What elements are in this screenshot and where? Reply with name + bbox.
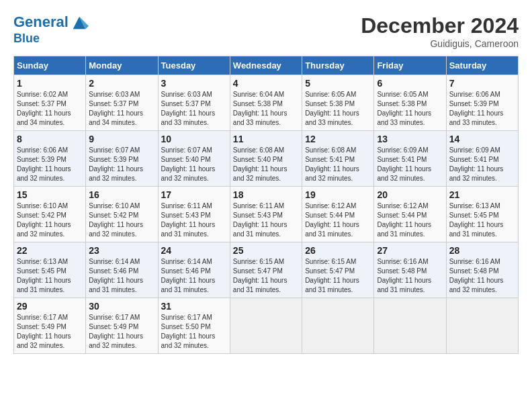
day-number: 6 [377,78,443,89]
day-number: 30 [89,301,154,312]
day-number: 5 [305,78,371,89]
calendar-cell: 16Sunrise: 6:10 AM Sunset: 5:42 PM Dayli… [86,187,158,242]
week-row-2: 15Sunrise: 6:10 AM Sunset: 5:42 PM Dayli… [14,187,519,242]
day-info: Sunrise: 6:09 AM Sunset: 5:41 PM Dayligh… [449,146,515,183]
day-info: Sunrise: 6:14 AM Sunset: 5:46 PM Dayligh… [161,257,227,295]
calendar-cell [374,298,446,354]
logo-text: General [13,13,89,32]
day-info: Sunrise: 6:06 AM Sunset: 5:39 PM Dayligh… [17,146,83,183]
day-info: Sunrise: 6:05 AM Sunset: 5:38 PM Dayligh… [305,90,371,128]
day-number: 26 [305,245,371,256]
calendar-cell: 7Sunrise: 6:06 AM Sunset: 5:39 PM Daylig… [446,75,518,131]
day-info: Sunrise: 6:03 AM Sunset: 5:37 PM Dayligh… [89,90,154,128]
day-info: Sunrise: 6:10 AM Sunset: 5:42 PM Dayligh… [89,201,154,239]
day-info: Sunrise: 6:04 AM Sunset: 5:38 PM Dayligh… [233,90,299,128]
week-row-0: 1Sunrise: 6:02 AM Sunset: 5:37 PM Daylig… [14,75,519,131]
day-info: Sunrise: 6:08 AM Sunset: 5:41 PM Dayligh… [305,146,371,183]
day-info: Sunrise: 6:13 AM Sunset: 5:45 PM Dayligh… [17,257,83,295]
calendar-cell: 10Sunrise: 6:07 AM Sunset: 5:40 PM Dayli… [158,131,230,187]
day-number: 29 [17,301,83,312]
weekday-header-tuesday: Tuesday [158,56,230,75]
day-info: Sunrise: 6:03 AM Sunset: 5:37 PM Dayligh… [161,90,227,128]
day-info: Sunrise: 6:12 AM Sunset: 5:44 PM Dayligh… [305,201,371,239]
calendar-cell: 25Sunrise: 6:15 AM Sunset: 5:47 PM Dayli… [230,242,302,298]
day-number: 27 [377,245,443,256]
day-number: 14 [449,134,515,144]
weekday-header-monday: Monday [86,56,158,75]
day-info: Sunrise: 6:16 AM Sunset: 5:48 PM Dayligh… [449,257,515,295]
calendar-cell: 6Sunrise: 6:05 AM Sunset: 5:38 PM Daylig… [374,75,446,131]
day-number: 17 [161,189,227,200]
week-row-4: 29Sunrise: 6:17 AM Sunset: 5:49 PM Dayli… [14,298,519,354]
day-number: 4 [233,78,299,89]
logo: General Blue [13,13,89,46]
day-info: Sunrise: 6:13 AM Sunset: 5:45 PM Dayligh… [449,201,515,239]
calendar-cell: 8Sunrise: 6:06 AM Sunset: 5:39 PM Daylig… [14,131,86,187]
day-info: Sunrise: 6:07 AM Sunset: 5:39 PM Dayligh… [89,146,154,183]
calendar-cell [446,298,518,354]
calendar-cell: 17Sunrise: 6:11 AM Sunset: 5:43 PM Dayli… [158,187,230,242]
day-number: 1 [17,78,83,89]
day-info: Sunrise: 6:17 AM Sunset: 5:50 PM Dayligh… [161,313,227,351]
month-title: December 2024 [361,13,519,38]
day-number: 19 [305,189,371,200]
calendar-cell: 5Sunrise: 6:05 AM Sunset: 5:38 PM Daylig… [302,75,374,131]
day-info: Sunrise: 6:10 AM Sunset: 5:42 PM Dayligh… [17,201,83,239]
calendar-cell: 4Sunrise: 6:04 AM Sunset: 5:38 PM Daylig… [230,75,302,131]
calendar-cell: 20Sunrise: 6:12 AM Sunset: 5:44 PM Dayli… [374,187,446,242]
day-number: 7 [449,78,515,89]
day-info: Sunrise: 6:08 AM Sunset: 5:40 PM Dayligh… [233,146,299,183]
day-number: 28 [449,245,515,256]
day-number: 21 [449,189,515,200]
calendar-cell: 18Sunrise: 6:11 AM Sunset: 5:43 PM Dayli… [230,187,302,242]
day-info: Sunrise: 6:02 AM Sunset: 5:37 PM Dayligh… [17,90,83,128]
calendar-cell: 21Sunrise: 6:13 AM Sunset: 5:45 PM Dayli… [446,187,518,242]
day-info: Sunrise: 6:05 AM Sunset: 5:38 PM Dayligh… [377,90,443,128]
day-info: Sunrise: 6:07 AM Sunset: 5:40 PM Dayligh… [161,146,227,183]
calendar-cell: 13Sunrise: 6:09 AM Sunset: 5:41 PM Dayli… [374,131,446,187]
calendar-cell: 9Sunrise: 6:07 AM Sunset: 5:39 PM Daylig… [86,131,158,187]
day-number: 9 [89,134,154,144]
day-number: 24 [161,245,227,256]
day-number: 10 [161,134,227,144]
day-number: 12 [305,134,371,144]
logo-blue-text: Blue [13,32,89,46]
day-info: Sunrise: 6:12 AM Sunset: 5:44 PM Dayligh… [377,201,443,239]
day-number: 16 [89,189,154,200]
calendar-cell [230,298,302,354]
weekday-header-friday: Friday [374,56,446,75]
calendar-cell: 22Sunrise: 6:13 AM Sunset: 5:45 PM Dayli… [14,242,86,298]
page-header: General Blue December 2024 Guidiguis, Ca… [13,13,519,49]
day-number: 20 [377,189,443,200]
calendar-cell: 24Sunrise: 6:14 AM Sunset: 5:46 PM Dayli… [158,242,230,298]
calendar-cell: 14Sunrise: 6:09 AM Sunset: 5:41 PM Dayli… [446,131,518,187]
weekday-header-row: SundayMondayTuesdayWednesdayThursdayFrid… [14,56,519,75]
calendar-cell: 3Sunrise: 6:03 AM Sunset: 5:37 PM Daylig… [158,75,230,131]
calendar-cell: 11Sunrise: 6:08 AM Sunset: 5:40 PM Dayli… [230,131,302,187]
calendar-cell: 19Sunrise: 6:12 AM Sunset: 5:44 PM Dayli… [302,187,374,242]
calendar-cell: 12Sunrise: 6:08 AM Sunset: 5:41 PM Dayli… [302,131,374,187]
day-number: 2 [89,78,154,89]
day-number: 3 [161,78,227,89]
calendar-cell: 15Sunrise: 6:10 AM Sunset: 5:42 PM Dayli… [14,187,86,242]
calendar-cell: 27Sunrise: 6:16 AM Sunset: 5:48 PM Dayli… [374,242,446,298]
calendar-cell: 31Sunrise: 6:17 AM Sunset: 5:50 PM Dayli… [158,298,230,354]
day-info: Sunrise: 6:16 AM Sunset: 5:48 PM Dayligh… [377,257,443,295]
day-number: 13 [377,134,443,144]
day-number: 8 [17,134,83,144]
day-info: Sunrise: 6:11 AM Sunset: 5:43 PM Dayligh… [233,201,299,239]
day-info: Sunrise: 6:17 AM Sunset: 5:49 PM Dayligh… [89,313,154,351]
week-row-1: 8Sunrise: 6:06 AM Sunset: 5:39 PM Daylig… [14,131,519,187]
day-number: 23 [89,245,154,256]
day-number: 11 [233,134,299,144]
title-block: December 2024 Guidiguis, Cameroon [361,13,519,49]
weekday-header-sunday: Sunday [14,56,86,75]
day-number: 25 [233,245,299,256]
calendar-table: SundayMondayTuesdayWednesdayThursdayFrid… [13,56,519,354]
calendar-cell: 23Sunrise: 6:14 AM Sunset: 5:46 PM Dayli… [86,242,158,298]
location: Guidiguis, Cameroon [361,38,519,49]
calendar-cell: 29Sunrise: 6:17 AM Sunset: 5:49 PM Dayli… [14,298,86,354]
day-info: Sunrise: 6:17 AM Sunset: 5:49 PM Dayligh… [17,313,83,351]
day-number: 15 [17,189,83,200]
day-info: Sunrise: 6:15 AM Sunset: 5:47 PM Dayligh… [305,257,371,295]
